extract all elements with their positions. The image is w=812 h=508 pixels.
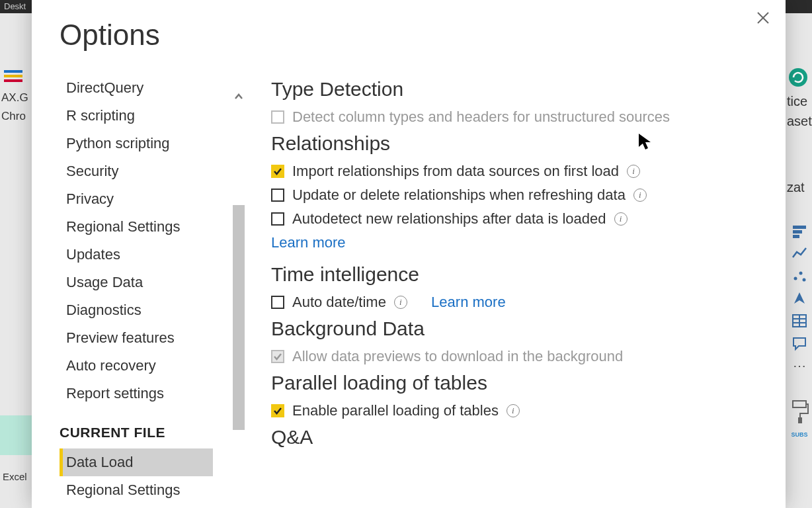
info-icon[interactable]: i (394, 296, 407, 309)
svg-point-8 (799, 272, 803, 275)
sidebar-item-regional-settings-file[interactable]: Regional Settings (60, 476, 213, 504)
arrow-icon[interactable] (790, 289, 809, 308)
subs-badge-icon[interactable]: SUBS (790, 425, 809, 444)
opt-autodetect-relationships[interactable]: Autodetect new relationships after data … (271, 210, 772, 228)
sidebar-item-usage-data[interactable]: Usage Data (60, 269, 213, 296)
bg-right-frag: tice aset zat (787, 66, 812, 197)
bg-text: AX.G (0, 89, 32, 107)
opt-label: Allow data previews to download in the b… (292, 348, 623, 365)
sidebar-item-updates[interactable]: Updates (60, 241, 213, 269)
ribbon-icon (0, 66, 26, 86)
checkbox-auto-datetime[interactable] (271, 296, 284, 309)
svg-rect-4 (793, 226, 806, 229)
check-icon (273, 167, 282, 176)
section-relationships: Relationships (271, 132, 772, 155)
sidebar-item-regional-settings[interactable]: Regional Settings (60, 213, 213, 241)
sidebar-item-preview-features[interactable]: Preview features (60, 324, 213, 352)
checkbox-autodetect-relationships[interactable] (271, 212, 284, 226)
opt-label: Detect column types and headers for unst… (292, 108, 670, 126)
scroll-up-button[interactable] (233, 87, 245, 106)
sidebar-item-auto-recovery[interactable]: Auto recovery (60, 352, 213, 380)
line-chart-icon[interactable] (790, 244, 809, 263)
opt-label: Update or delete relationships when refr… (292, 187, 626, 204)
svg-point-7 (794, 277, 797, 280)
options-dialog: Options DirectQuery R scripting Python s… (32, 0, 786, 508)
check-icon (273, 406, 282, 415)
chevron-up-icon (234, 92, 243, 101)
ellipsis-icon[interactable]: ⋯ (790, 357, 809, 375)
stacked-bar-icon[interactable] (790, 222, 809, 240)
sidebar-item-report-settings[interactable]: Report settings (60, 380, 213, 407)
sidebar-item-privacy[interactable]: Privacy (60, 185, 213, 213)
sidebar-item-r-scripting[interactable]: R scripting (60, 102, 213, 130)
opt-parallel-loading[interactable]: Enable parallel loading of tables i (271, 402, 772, 419)
checkbox-update-relationships[interactable] (271, 189, 284, 202)
section-type-detection: Type Detection (271, 78, 772, 101)
opt-update-relationships[interactable]: Update or delete relationships when refr… (271, 187, 772, 204)
sidebar-section-header: CURRENT FILE (60, 407, 213, 448)
opt-label: Import relationships from data sources o… (292, 163, 619, 180)
svg-rect-15 (798, 417, 802, 423)
info-icon[interactable]: i (627, 165, 640, 178)
opt-label: Autodetect new relationships after data … (292, 210, 606, 228)
time-intel-learn-more-link[interactable]: Learn more (431, 294, 506, 311)
bg-excel-tile (0, 415, 32, 455)
sidebar-scrollbar[interactable] (233, 87, 245, 508)
options-sidebar: DirectQuery R scripting Python scripting… (60, 74, 258, 508)
sidebar-item-directquery[interactable]: DirectQuery (60, 74, 213, 102)
bg-left-frag: AX.G Chro (0, 66, 32, 126)
svg-rect-1 (4, 75, 22, 77)
check-icon (273, 352, 282, 361)
bg-text: Chro (0, 107, 32, 126)
opt-background-previews: Allow data previews to download in the b… (271, 348, 772, 365)
viz-icon-strip: ⋯ SUBS (788, 222, 811, 444)
relationships-learn-more-link[interactable]: Learn more (271, 234, 346, 251)
opt-label: Auto date/time (292, 294, 386, 311)
svg-rect-6 (793, 235, 799, 238)
checkbox-import-relationships[interactable] (271, 165, 284, 178)
sidebar-item-python-scripting[interactable]: Python scripting (60, 130, 213, 157)
checkbox-detect-columns (271, 110, 284, 124)
bg-excel-label: Excel (3, 471, 27, 482)
info-icon[interactable]: i (507, 404, 520, 417)
section-background-data: Background Data (271, 318, 772, 340)
svg-rect-2 (4, 79, 22, 82)
svg-rect-5 (793, 230, 802, 233)
svg-rect-0 (4, 70, 22, 73)
scatter-icon[interactable] (790, 267, 809, 285)
table-icon[interactable] (790, 312, 809, 330)
sidebar-item-diagnostics[interactable]: Diagnostics (60, 296, 213, 324)
checkbox-parallel-loading[interactable] (271, 404, 284, 417)
refresh-icon (787, 66, 809, 89)
bg-text: zat (787, 177, 812, 197)
sidebar-item-data-load[interactable]: Data Load (60, 448, 213, 476)
section-qa: Q&A (271, 426, 772, 448)
info-icon[interactable]: i (614, 212, 628, 226)
sidebar-item-security[interactable]: Security (60, 157, 213, 185)
opt-auto-datetime[interactable]: Auto date/time i Learn more (271, 294, 772, 311)
dialog-title: Options (32, 0, 786, 52)
scroll-thumb[interactable] (233, 205, 245, 430)
section-time-intelligence: Time intelligence (271, 263, 772, 286)
opt-label: Enable parallel loading of tables (292, 402, 499, 419)
comment-icon[interactable] (790, 334, 809, 353)
scroll-track[interactable] (233, 106, 245, 496)
bg-text: aset (787, 111, 812, 131)
svg-rect-14 (793, 401, 806, 407)
paint-roller-icon[interactable] (790, 403, 809, 421)
checkbox-background-previews (271, 350, 284, 363)
svg-point-9 (803, 278, 806, 282)
section-parallel-loading: Parallel loading of tables (271, 372, 772, 394)
opt-import-relationships[interactable]: Import relationships from data sources o… (271, 163, 772, 180)
svg-point-3 (789, 68, 807, 87)
opt-detect-columns: Detect column types and headers for unst… (271, 108, 772, 126)
info-icon[interactable]: i (633, 189, 647, 202)
close-button[interactable] (754, 9, 772, 28)
close-icon (756, 11, 770, 25)
bg-text: tice (787, 91, 812, 111)
options-content: Type Detection Detect column types and h… (258, 74, 772, 508)
